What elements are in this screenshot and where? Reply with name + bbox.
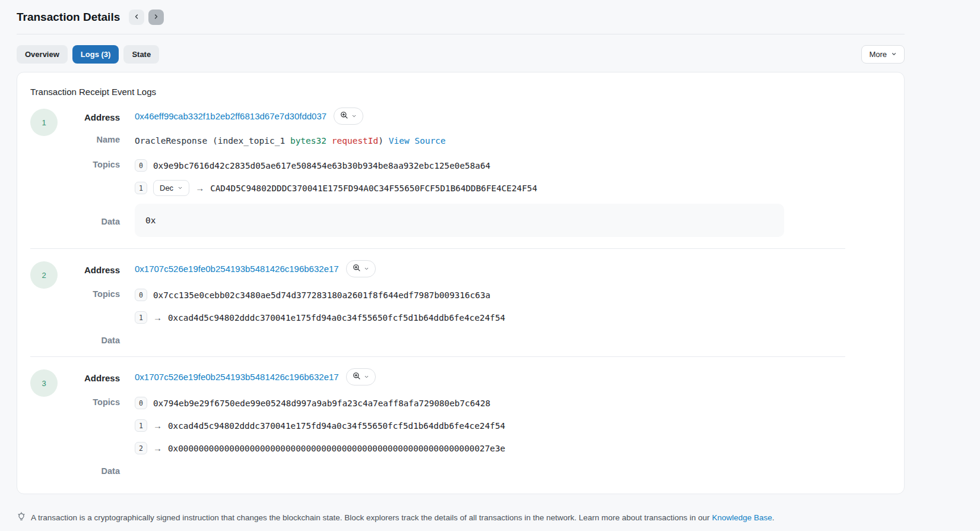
topic-value: 0x9e9bc7616d42c2835d05ae617e508454e63b30…	[153, 161, 490, 170]
name-row: Name OracleResponse (index_topic_1 bytes…	[58, 132, 904, 148]
topics-label: Topics	[58, 287, 120, 299]
knowledge-base-link[interactable]: Knowledge Base	[712, 513, 772, 522]
event-logs-card: Transaction Receipt Event Logs 1 Address…	[17, 72, 905, 494]
more-dropdown-button[interactable]: More	[861, 45, 905, 64]
chevron-down-icon	[177, 184, 183, 192]
topics-row: Topics 0 0x794eb9e29f6750ede99e05248d997…	[58, 395, 904, 456]
topic-value: CAD4D5C94802DDDC370041E175FD94A0C34F5565…	[210, 184, 537, 193]
magnifier-plus-icon	[340, 111, 348, 121]
topic-line: 2 → 0x0000000000000000000000000000000000…	[135, 440, 505, 456]
data-label: Data	[58, 333, 120, 345]
chevron-right-icon	[153, 13, 160, 22]
topic-index-badge: 1	[135, 311, 147, 324]
topics-label: Topics	[58, 157, 120, 169]
footer-description: A transaction is a cryptographically sig…	[31, 513, 712, 522]
header-divider	[17, 34, 905, 34]
event-param-name: requestId	[326, 136, 378, 146]
event-logs-card-title: Transaction Receipt Event Logs	[30, 87, 904, 97]
chevron-down-icon	[891, 50, 897, 59]
log-address-link[interactable]: 0x1707c526e19fe0b254193b5481426c196b632e…	[135, 372, 339, 382]
chevron-left-icon	[133, 13, 140, 22]
event-param-type: bytes32	[290, 136, 326, 146]
more-dropdown-label: More	[869, 50, 887, 59]
topic-index-badge: 0	[135, 159, 147, 172]
event-signature-suffix: )	[378, 136, 388, 146]
topic-decode-select[interactable]: Dec	[153, 180, 189, 196]
arrow-right-icon: →	[153, 421, 162, 431]
magnifier-plus-icon	[353, 372, 361, 382]
tabs-group: Overview Logs (3) State	[17, 45, 159, 64]
topics-row: Topics 0 0x9e9bc7616d42c2835d05ae617e508…	[58, 157, 904, 196]
chevron-down-icon	[351, 112, 357, 121]
data-label: Data	[58, 464, 120, 476]
data-label: Data	[58, 204, 120, 226]
address-zoom-dropdown-button[interactable]	[346, 260, 376, 277]
log-divider	[30, 356, 845, 357]
topic-index-badge: 1	[135, 419, 147, 432]
arrow-right-icon: →	[195, 183, 204, 193]
log-entry-2: 2 Address 0x1707c526e19fe0b254193b548142…	[30, 260, 904, 345]
topic-value: 0x7cc135e0cebb02c3480ae5d74d377283180a26…	[153, 290, 490, 300]
data-row: Data	[58, 333, 904, 345]
page-header: Transaction Details	[17, 10, 905, 25]
log-entry-3: 3 Address 0x1707c526e19fe0b254193b548142…	[30, 368, 904, 476]
chevron-down-icon	[364, 264, 369, 273]
chevron-down-icon	[364, 372, 369, 381]
arrow-right-icon: →	[153, 443, 162, 453]
event-signature: OracleResponse (index_topic_1 bytes32 re…	[135, 132, 446, 148]
topic-index-badge: 2	[135, 442, 147, 454]
address-label: Address	[58, 371, 120, 383]
topic-value: 0xcad4d5c94802dddc370041e175fd94a0c34f55…	[168, 313, 505, 323]
topic-line: 0 0x794eb9e29f6750ede99e05248d997a9ab9fa…	[135, 395, 505, 411]
address-label: Address	[58, 263, 120, 275]
log-address-link[interactable]: 0x46eff99cab332f1b2eb2ff6813d67e7d30fdd0…	[135, 111, 326, 121]
topics-row: Topics 0 0x7cc135e0cebb02c3480ae5d74d377…	[58, 287, 904, 325]
address-row: Address 0x1707c526e19fe0b254193b5481426c…	[58, 260, 904, 277]
data-row: Data 0x	[58, 204, 904, 237]
topic-value: 0x794eb9e29f6750ede99e05248d997a9ab9fa23…	[153, 399, 490, 408]
previous-transaction-button[interactable]	[129, 10, 144, 25]
topics-label: Topics	[58, 395, 120, 407]
tab-bar: Overview Logs (3) State More	[17, 45, 905, 64]
footer-period: .	[772, 513, 775, 522]
next-transaction-button[interactable]	[148, 10, 164, 25]
arrow-right-icon: →	[153, 312, 162, 323]
topic-line: 1 → 0xcad4d5c94802dddc370041e175fd94a0c3…	[135, 418, 505, 434]
topic-index-badge: 0	[135, 289, 147, 301]
topic-line: 1 Dec → CAD4D5C94802DDDC370041E175FD94A0…	[135, 180, 537, 196]
topic-value: 0x00000000000000000000000000000000000000…	[168, 444, 505, 453]
log-index-badge: 3	[30, 369, 58, 397]
log-address-link[interactable]: 0x1707c526e19fe0b254193b5481426c196b632e…	[135, 264, 339, 274]
address-zoom-dropdown-button[interactable]	[346, 368, 376, 385]
address-zoom-dropdown-button[interactable]	[334, 108, 363, 125]
page-footer: A transaction is a cryptographically sig…	[17, 512, 905, 523]
page-title: Transaction Details	[17, 11, 120, 24]
address-label: Address	[58, 110, 120, 122]
log-index-badge: 1	[30, 109, 58, 136]
topic-decode-value: Dec	[160, 184, 173, 192]
view-source-link[interactable]: View Source	[389, 136, 446, 146]
tab-logs[interactable]: Logs (3)	[72, 45, 119, 64]
address-row: Address 0x46eff99cab332f1b2eb2ff6813d67e…	[58, 108, 904, 125]
topic-line: 1 → 0xcad4d5c94802dddc370041e175fd94a0c3…	[135, 309, 505, 325]
address-row: Address 0x1707c526e19fe0b254193b5481426c…	[58, 368, 904, 385]
log-data-value: 0x	[135, 204, 784, 237]
tab-overview[interactable]: Overview	[17, 45, 68, 64]
tab-state[interactable]: State	[123, 45, 159, 64]
name-label: Name	[58, 132, 120, 144]
log-index-badge: 2	[30, 261, 58, 289]
event-signature-prefix: OracleResponse (index_topic_1	[135, 136, 290, 146]
magnifier-plus-icon	[353, 264, 361, 274]
topic-line: 0 0x7cc135e0cebb02c3480ae5d74d377283180a…	[135, 287, 505, 303]
lightbulb-icon	[17, 512, 26, 523]
topic-index-badge: 0	[135, 397, 147, 409]
topic-value: 0xcad4d5c94802dddc370041e175fd94a0c34f55…	[168, 421, 505, 431]
page-container: Transaction Details Overview Logs (3) St…	[17, 0, 905, 523]
log-divider	[30, 248, 845, 249]
topic-line: 0 0x9e9bc7616d42c2835d05ae617e508454e63b…	[135, 157, 537, 173]
topic-index-badge: 1	[135, 182, 147, 194]
log-entry-1: 1 Address 0x46eff99cab332f1b2eb2ff6813d6…	[30, 108, 904, 237]
footer-text: A transaction is a cryptographically sig…	[31, 513, 774, 522]
data-row: Data	[58, 464, 904, 476]
